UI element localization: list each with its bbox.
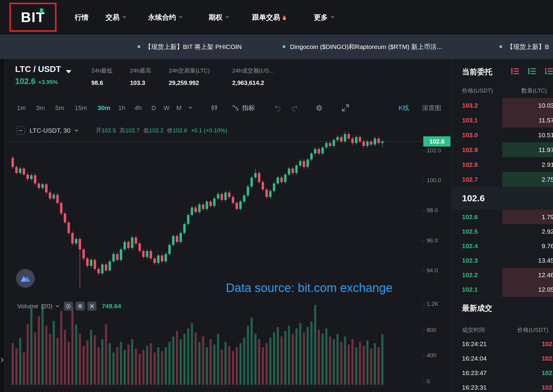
announcement-item-1[interactable]: 【现货上新】BIT 将上架 PHICOIN	[138, 34, 242, 59]
legend-collapse-icon[interactable]	[17, 126, 25, 134]
price-axis-label: 102.0	[427, 147, 441, 154]
book-row[interactable]: 102.72.754	[452, 172, 553, 187]
book-row[interactable]: 102.112.052	[452, 282, 553, 297]
timeframe-30m[interactable]: 30m	[98, 98, 110, 118]
book-row[interactable]: 102.82.918	[452, 157, 553, 172]
pair-title: LTC / USDT	[15, 64, 61, 74]
trade-time: 16:24:04	[462, 355, 487, 362]
nav-item-label: 交易	[106, 13, 119, 22]
price-axis[interactable]: 102.6 102.0100.098.096.094.0	[422, 118, 452, 297]
legend-chevron-icon[interactable]	[75, 128, 78, 131]
stat-value: 2,963,614.2	[232, 79, 274, 86]
timeframe-15m[interactable]: 15m	[75, 98, 87, 118]
trade-row[interactable]: 16:24:21102.6	[452, 337, 553, 351]
announcement-item-2[interactable]: Dingocoin ($DINGO)和Raptoreum ($RTM) 新上币活…	[283, 34, 442, 59]
book-qty: 11.971	[502, 146, 553, 154]
nav-item-4[interactable]: 期权	[209, 0, 229, 34]
book-price: 102.8	[462, 161, 478, 168]
announcement-dot-icon	[283, 45, 285, 48]
chevron-down-icon	[122, 15, 126, 18]
volume-settings-icon[interactable]	[76, 302, 85, 311]
timeframe-M[interactable]: M	[176, 98, 182, 118]
nav-item-label: 行情	[75, 13, 89, 22]
chart-provider-logo-button[interactable]	[16, 269, 35, 288]
timeframe-more-chevron-icon[interactable]	[189, 98, 192, 118]
axis-tick	[423, 210, 425, 211]
book-view-asks-icon[interactable]	[511, 68, 519, 75]
sidebar-expand-toggle[interactable]	[1, 357, 4, 363]
nav-item-3[interactable]: 永续合约	[148, 0, 182, 34]
book-row[interactable]: 103.210.038	[452, 98, 553, 113]
order-book-panel: 当前委托	[452, 59, 553, 392]
book-price: 102.4	[462, 242, 478, 250]
stat-label: 24h成交额(US...	[232, 67, 274, 75]
indicator-button[interactable]: 指标	[232, 104, 255, 112]
pair-selector[interactable]: LTC / USDT 102.6 +3.95%	[15, 64, 71, 86]
timeframe-W[interactable]: W	[164, 98, 170, 118]
volume-axis[interactable]: 1.2K8004000	[422, 297, 452, 387]
timeframe-1m[interactable]: 1m	[17, 98, 26, 118]
fullscreen-icon[interactable]	[341, 104, 350, 112]
volume-chevron-icon[interactable]	[56, 304, 59, 307]
undo-icon[interactable]	[274, 104, 282, 112]
book-view-both-icon[interactable]	[545, 68, 553, 75]
pair-dropdown-caret-icon[interactable]	[66, 70, 71, 73]
book-row[interactable]: 102.49.768	[452, 239, 553, 253]
settings-gear-icon[interactable]	[315, 103, 324, 112]
trades-time-header: 成交时间	[462, 326, 485, 334]
volume-param: (20)	[41, 303, 52, 310]
candlestick-chart-area[interactable]: LTC-USDT, 30 开102.5 高102.7 低102.2 收102.6…	[5, 118, 452, 297]
redo-icon[interactable]	[291, 104, 298, 112]
book-row[interactable]: 102.313.450	[452, 253, 553, 268]
book-row[interactable]: 102.911.971	[452, 142, 553, 157]
nav-item-2[interactable]: 交易	[106, 0, 125, 34]
tab-depth[interactable]: 深度图	[422, 98, 441, 118]
book-price: 102.9	[462, 146, 478, 154]
book-row[interactable]: 103.111.575	[452, 113, 553, 128]
book-row[interactable]: 102.52.927	[452, 224, 553, 239]
nav-item-1[interactable]: 行情	[75, 0, 89, 34]
book-row[interactable]: 102.212.460	[452, 268, 553, 282]
nav-item-6[interactable]: 更多	[314, 0, 334, 34]
book-price: 102.7	[462, 176, 478, 183]
book-qty: 2.927	[502, 228, 553, 235]
volume-pane[interactable]: Volume (20)	[5, 297, 452, 387]
volume-title: Volume	[17, 303, 38, 310]
timeframe-4h[interactable]: 4h	[135, 98, 142, 118]
announcement-item-3[interactable]: 【现货上新】B	[499, 34, 549, 59]
announcement-text: Dingocoin ($DINGO)和Raptoreum ($RTM) 新上币活…	[290, 43, 442, 51]
time-axis-strip[interactable]	[5, 387, 452, 392]
chart-header: LTC / USDT 102.6 +3.95% 24h最低98.624h最高10…	[5, 59, 452, 98]
nav-item-label: 永续合约	[148, 13, 176, 22]
chevron-down-icon	[226, 15, 229, 18]
tab-kline[interactable]: K线	[398, 98, 409, 118]
axis-tick	[423, 180, 425, 181]
nav-item-5[interactable]: 跟单交易	[252, 0, 287, 34]
candle-style-icon[interactable]	[210, 104, 218, 112]
top-nav: BIT 行情交易永续合约期权跟单交易更多	[0, 0, 553, 34]
volume-visibility-icon[interactable]	[64, 302, 73, 311]
volume-axis-label: 1.2K	[427, 301, 438, 307]
volume-remove-icon[interactable]	[87, 302, 96, 311]
book-row[interactable]: 103.010.513	[452, 128, 553, 142]
trade-row[interactable]: 16:23:31102.6	[452, 380, 553, 392]
bit-logo[interactable]: BIT	[9, 3, 57, 32]
fire-icon	[282, 14, 287, 21]
timeframe-D[interactable]: D	[151, 98, 156, 118]
timeframe-3m[interactable]: 3m	[36, 98, 45, 118]
ticker-stat-4: 24h成交额(US...2,963,614.2	[232, 67, 274, 86]
volume-header: Volume (20)	[17, 300, 121, 312]
timeframe-1h[interactable]: 1h	[118, 98, 125, 118]
timeframe-5m[interactable]: 5m	[55, 98, 64, 118]
trade-row[interactable]: 16:24:04102.6	[452, 351, 553, 366]
book-qty: 13.450	[502, 257, 553, 264]
price-change: +3.95%	[38, 79, 58, 86]
book-row[interactable]: 102.61.794	[452, 210, 553, 224]
candlestick-canvas[interactable]	[5, 118, 422, 297]
logo-green-dot-icon	[40, 8, 43, 13]
axis-tick	[423, 381, 425, 382]
book-view-bids-icon[interactable]	[528, 68, 536, 75]
trade-row[interactable]: 16:23:47102.7	[452, 366, 553, 380]
volume-axis-label: 400	[427, 352, 436, 359]
book-price: 102.2	[462, 271, 478, 279]
